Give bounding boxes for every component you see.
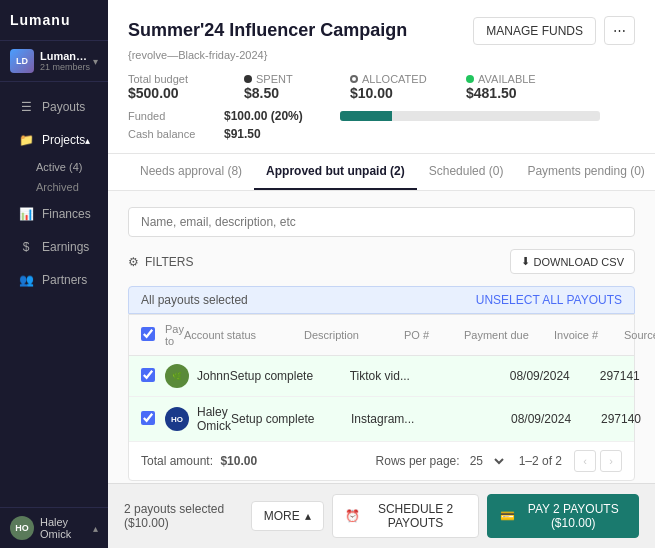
col-po: PO # [404, 329, 464, 341]
download-csv-button[interactable]: ⬇ DOWNLOAD CSV [510, 249, 635, 274]
chevron-up-icon: ▴ [305, 509, 311, 523]
account-info: Lumanu Demo 21 members [40, 50, 93, 72]
filters-bar: ⚙ FILTERS ⬇ DOWNLOAD CSV [128, 249, 635, 274]
unselect-all-button[interactable]: UNSELECT ALL PAYOUTS [476, 293, 622, 307]
users-icon: 👥 [18, 272, 34, 288]
main-content: Summer'24 Influencer Campaign MANAGE FUN… [108, 0, 655, 548]
col-account-status: Account status [184, 329, 304, 341]
schedule-payouts-button[interactable]: ⏰ SCHEDULE 2 PAYOUTS [332, 494, 480, 538]
content-area: ⚙ FILTERS ⬇ DOWNLOAD CSV All payouts sel… [108, 191, 655, 483]
footer-user-name: Haley Omick [40, 516, 93, 540]
logo-text: Lumanu [10, 12, 70, 28]
chevron-up-icon: ▴ [93, 523, 98, 534]
sidebar-item-partners[interactable]: 👥 Partners [6, 264, 102, 296]
table-row: 🌿 Johnn Setup complete Tiktok vid... 08/… [129, 356, 634, 397]
chevron-down-icon: ▾ [93, 56, 98, 67]
sidebar-account[interactable]: LD Lumanu Demo 21 members ▾ [0, 41, 108, 82]
header-top: Summer'24 Influencer Campaign MANAGE FUN… [128, 16, 635, 45]
select-all-checkbox[interactable] [141, 327, 155, 341]
row1-checkbox-cell [141, 368, 165, 385]
spent-value: $8.50 [244, 85, 334, 101]
pagination-controls: ‹ › [574, 450, 622, 472]
sidebar-logo-area: Lumanu [0, 0, 108, 41]
tab-payments-pending[interactable]: Payments pending (0) [515, 154, 655, 190]
col-description: Description [304, 329, 404, 341]
manage-funds-button[interactable]: MANAGE FUNDS [473, 17, 596, 45]
rows-per-page: Rows per page: 25 50 100 [376, 453, 507, 469]
pagination-info: 1–2 of 2 [519, 454, 562, 468]
pay-label: PAY 2 PAYOUTS ($10.00) [520, 502, 626, 530]
filter-icon: ⚙ [128, 255, 139, 269]
pagination-area: Rows per page: 25 50 100 1–2 of 2 ‹ › [376, 450, 622, 472]
selected-count-label: 2 payouts selected ($10.00) [124, 502, 251, 530]
total-value: $10.00 [220, 454, 257, 468]
bottom-actions: MORE ▴ ⏰ SCHEDULE 2 PAYOUTS 💳 PAY 2 PAYO… [251, 494, 639, 538]
sidebar-item-payouts[interactable]: ☰ Payouts [6, 91, 102, 123]
col-checkbox [141, 327, 165, 343]
row1-checkbox[interactable] [141, 368, 155, 382]
table-row: HO Haley Omick Setup complete Instagram.… [129, 397, 634, 442]
header-subtitle: {revolve—Black-friday-2024} [128, 49, 635, 61]
total-budget-label: Total budget [128, 73, 228, 85]
allocated-value: $10.00 [350, 85, 450, 101]
row2-checkbox-cell [141, 411, 165, 428]
row2-name: Haley Omick [197, 405, 231, 433]
sidebar-item-label: Earnings [42, 240, 89, 254]
tab-scheduled[interactable]: Scheduled (0) [417, 154, 516, 190]
download-icon: ⬇ [521, 255, 530, 268]
prev-page-button[interactable]: ‹ [574, 450, 596, 472]
sidebar-item-label: Payouts [42, 100, 85, 114]
sidebar: Lumanu LD Lumanu Demo 21 members ▾ ☰ Pay… [0, 0, 108, 548]
next-page-button[interactable]: › [600, 450, 622, 472]
sidebar-footer[interactable]: HO Haley Omick ▴ [0, 507, 108, 548]
sidebar-nav: ☰ Payouts 📁 Projects ▴ Active (4) Archiv… [0, 82, 108, 507]
table-header: Pay to Account status Description PO # P… [129, 315, 634, 356]
row2-checkbox[interactable] [141, 411, 155, 425]
bottom-action-bar: 2 payouts selected ($10.00) MORE ▴ ⏰ SCH… [108, 483, 655, 548]
sidebar-item-archived[interactable]: Archived [0, 177, 108, 197]
rows-per-page-label: Rows per page: [376, 454, 460, 468]
cash-balance-label: Cash balance [128, 128, 208, 140]
spent-label: SPENT [256, 73, 293, 85]
more-label: MORE [264, 509, 300, 523]
user-avatar: HO [10, 516, 34, 540]
sidebar-item-label: Finances [42, 207, 91, 221]
chevron-up-icon: ▴ [85, 135, 90, 146]
account-name: Lumanu Demo [40, 50, 93, 62]
row2-description: Instagram... [351, 412, 451, 426]
schedule-label: SCHEDULE 2 PAYOUTS [365, 502, 467, 530]
tab-approved-unpaid[interactable]: Approved but unpaid (2) [254, 154, 417, 190]
all-payouts-label: All payouts selected [141, 293, 248, 307]
available-label: AVAILABLE [478, 73, 536, 85]
sidebar-item-projects[interactable]: 📁 Projects ▴ [6, 124, 102, 156]
bar-chart-icon: 📊 [18, 206, 34, 222]
row1-payment-due: 08/09/2024 [510, 369, 600, 383]
progress-bar [340, 111, 392, 121]
col-payment-due: Payment due [464, 329, 554, 341]
more-options-button[interactable]: ⋯ [604, 16, 635, 45]
total-label: Total amount: [141, 454, 213, 468]
filters-left: ⚙ FILTERS [128, 255, 193, 269]
account-avatar: LD [10, 49, 34, 73]
page-header: Summer'24 Influencer Campaign MANAGE FUN… [108, 0, 655, 154]
sidebar-item-label: Projects [42, 133, 85, 147]
col-invoice: Invoice # [554, 329, 624, 341]
col-pay-to: Pay to [165, 323, 184, 347]
rows-per-page-select[interactable]: 25 50 100 [466, 453, 507, 469]
funded-value: $100.00 (20%) [224, 109, 324, 123]
table-footer: Total amount: $10.00 Rows per page: 25 5… [129, 442, 634, 480]
tabs-bar: Needs approval (8) Approved but unpaid (… [108, 154, 655, 191]
search-input[interactable] [128, 207, 635, 237]
sidebar-item-active[interactable]: Active (4) [0, 157, 108, 177]
more-button[interactable]: MORE ▴ [251, 501, 324, 531]
tab-needs-approval[interactable]: Needs approval (8) [128, 154, 254, 190]
pay-payouts-button[interactable]: 💳 PAY 2 PAYOUTS ($10.00) [487, 494, 639, 538]
account-members: 21 members [40, 62, 93, 72]
row2-pay-to: HO Haley Omick [165, 405, 231, 433]
sidebar-item-earnings[interactable]: $ Earnings [6, 231, 102, 263]
sidebar-item-finances[interactable]: 📊 Finances [6, 198, 102, 230]
row2-invoice: 297140 [601, 412, 655, 426]
row1-invoice: 297141 [600, 369, 655, 383]
progress-bar-container [340, 111, 600, 121]
row1-status: Setup complete [230, 369, 350, 383]
